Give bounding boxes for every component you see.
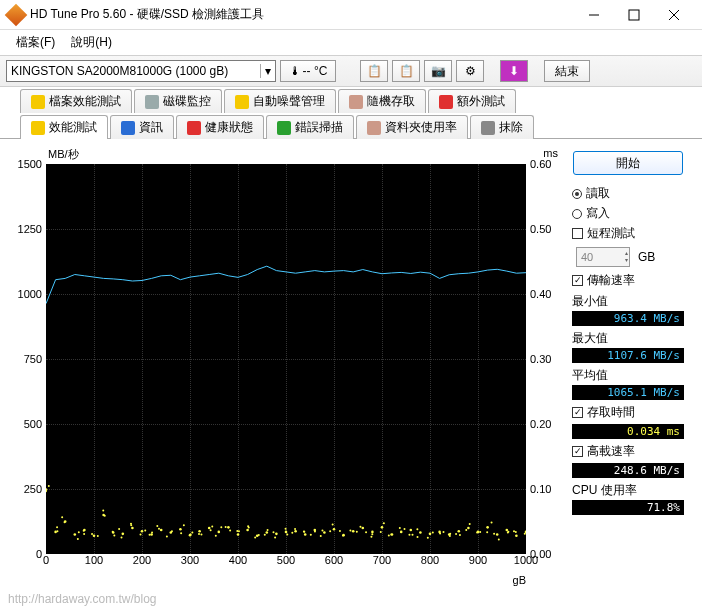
svg-point-145 bbox=[496, 533, 499, 536]
svg-point-40 bbox=[160, 529, 163, 532]
screenshot-button[interactable]: 📷 bbox=[424, 60, 452, 82]
svg-point-117 bbox=[404, 528, 406, 530]
watermark: http://hardaway.com.tw/blog bbox=[8, 592, 157, 606]
svg-point-33 bbox=[130, 524, 132, 526]
camera-icon: 📷 bbox=[431, 64, 446, 78]
svg-point-121 bbox=[419, 531, 422, 534]
svg-point-108 bbox=[371, 533, 373, 535]
svg-point-119 bbox=[408, 534, 410, 536]
svg-point-111 bbox=[383, 522, 385, 524]
svg-point-148 bbox=[506, 529, 509, 532]
exit-button[interactable]: 結束 bbox=[544, 60, 590, 82]
save-button[interactable]: ⬇ bbox=[500, 60, 528, 82]
tabs-row-2: 效能測試資訊健康狀態錯誤掃描資料夾使用率抹除 bbox=[0, 113, 702, 139]
radio-write-label: 寫入 bbox=[586, 205, 610, 222]
svg-point-146 bbox=[493, 533, 495, 535]
svg-point-39 bbox=[149, 534, 151, 536]
svg-point-67 bbox=[246, 529, 249, 532]
toolbar: KINGSTON SA2000M81000G (1000 gB) ▾ 🌡 -- … bbox=[0, 55, 702, 87]
svg-point-63 bbox=[225, 526, 227, 528]
svg-point-23 bbox=[102, 509, 104, 511]
svg-point-21 bbox=[91, 533, 93, 535]
tab-icon bbox=[187, 121, 201, 135]
menu-help[interactable]: 說明(H) bbox=[63, 32, 120, 53]
transfer-rate-label: 傳輸速率 bbox=[587, 272, 635, 289]
x-unit-label: gB bbox=[513, 574, 526, 586]
tab-額外測試[interactable]: 額外測試 bbox=[428, 89, 516, 113]
radio-write[interactable]: 寫入 bbox=[572, 205, 684, 222]
copy-screenshot-button[interactable]: 📋 bbox=[392, 60, 420, 82]
minimize-button[interactable] bbox=[574, 1, 614, 29]
svg-point-26 bbox=[113, 534, 115, 536]
svg-point-20 bbox=[97, 535, 99, 537]
close-button[interactable] bbox=[654, 1, 694, 29]
check-transfer-rate[interactable]: ✓傳輸速率 bbox=[572, 272, 684, 289]
tab-icon bbox=[235, 95, 249, 109]
tab-磁碟監控[interactable]: 磁碟監控 bbox=[134, 89, 222, 113]
maximize-button[interactable] bbox=[614, 1, 654, 29]
tab-icon bbox=[121, 121, 135, 135]
options-button[interactable]: ⚙ bbox=[456, 60, 484, 82]
svg-point-151 bbox=[515, 535, 518, 538]
tab-label: 自動噪聲管理 bbox=[253, 93, 325, 110]
tab-label: 資料夾使用率 bbox=[385, 119, 457, 136]
svg-point-124 bbox=[429, 533, 432, 536]
svg-point-113 bbox=[388, 534, 390, 536]
app-icon bbox=[5, 3, 28, 26]
gear-icon: ⚙ bbox=[465, 64, 476, 78]
drive-select-text: KINGSTON SA2000M81000G (1000 gB) bbox=[11, 64, 228, 78]
tab-icon bbox=[349, 95, 363, 109]
drive-select[interactable]: KINGSTON SA2000M81000G (1000 gB) ▾ bbox=[6, 60, 276, 82]
check-short-test[interactable]: 短程測試 bbox=[572, 225, 684, 242]
tab-檔案效能測試[interactable]: 檔案效能測試 bbox=[20, 89, 132, 113]
svg-point-46 bbox=[179, 528, 182, 531]
tab-label: 資訊 bbox=[139, 119, 163, 136]
temperature-value: -- °C bbox=[303, 64, 328, 78]
svg-point-134 bbox=[455, 533, 457, 535]
svg-point-95 bbox=[332, 524, 334, 526]
tab-效能測試[interactable]: 效能測試 bbox=[20, 115, 108, 139]
svg-point-75 bbox=[267, 529, 269, 531]
svg-point-133 bbox=[458, 530, 461, 533]
radio-read[interactable]: 讀取 bbox=[572, 185, 684, 202]
svg-point-87 bbox=[303, 531, 305, 533]
svg-point-48 bbox=[180, 532, 182, 534]
check-access-time[interactable]: ✓存取時間 bbox=[572, 404, 684, 421]
tab-資訊[interactable]: 資訊 bbox=[110, 115, 174, 139]
tab-label: 額外測試 bbox=[457, 93, 505, 110]
svg-point-84 bbox=[294, 528, 296, 530]
svg-point-105 bbox=[359, 526, 361, 528]
svg-point-103 bbox=[362, 527, 365, 530]
max-value: 1107.6 MB/s bbox=[572, 348, 684, 363]
tab-抹除[interactable]: 抹除 bbox=[470, 115, 534, 139]
copy-info-button[interactable]: 📋 bbox=[360, 60, 388, 82]
menu-file[interactable]: 檔案(F) bbox=[8, 32, 63, 53]
burst-rate-value: 248.6 MB/s bbox=[572, 463, 684, 478]
start-button[interactable]: 開始 bbox=[573, 151, 683, 175]
tab-錯誤掃描[interactable]: 錯誤掃描 bbox=[266, 115, 354, 139]
tab-自動噪聲管理[interactable]: 自動噪聲管理 bbox=[224, 89, 336, 113]
svg-point-100 bbox=[352, 530, 355, 533]
tab-資料夾使用率[interactable]: 資料夾使用率 bbox=[356, 115, 468, 139]
svg-point-11 bbox=[64, 521, 66, 523]
svg-point-106 bbox=[371, 531, 374, 534]
short-test-size-input[interactable]: 40 bbox=[576, 247, 630, 267]
y-left-label: MB/秒 bbox=[48, 147, 79, 162]
svg-point-132 bbox=[449, 535, 451, 537]
clipboard-icon: 📋 bbox=[367, 64, 382, 78]
check-burst-rate[interactable]: ✓高載速率 bbox=[572, 443, 684, 460]
svg-point-59 bbox=[220, 526, 222, 528]
tab-健康狀態[interactable]: 健康狀態 bbox=[176, 115, 264, 139]
svg-point-104 bbox=[365, 531, 367, 533]
svg-point-44 bbox=[171, 530, 173, 532]
svg-point-114 bbox=[391, 534, 393, 536]
svg-point-19 bbox=[93, 535, 96, 538]
y-axis-right: 0.000.100.200.300.400.500.60 bbox=[526, 164, 564, 554]
tab-隨機存取[interactable]: 隨機存取 bbox=[338, 89, 426, 113]
tab-icon bbox=[31, 121, 45, 135]
svg-point-83 bbox=[291, 532, 293, 534]
svg-point-107 bbox=[370, 536, 372, 538]
tab-label: 抹除 bbox=[499, 119, 523, 136]
tab-icon bbox=[367, 121, 381, 135]
avg-value: 1065.1 MB/s bbox=[572, 385, 684, 400]
